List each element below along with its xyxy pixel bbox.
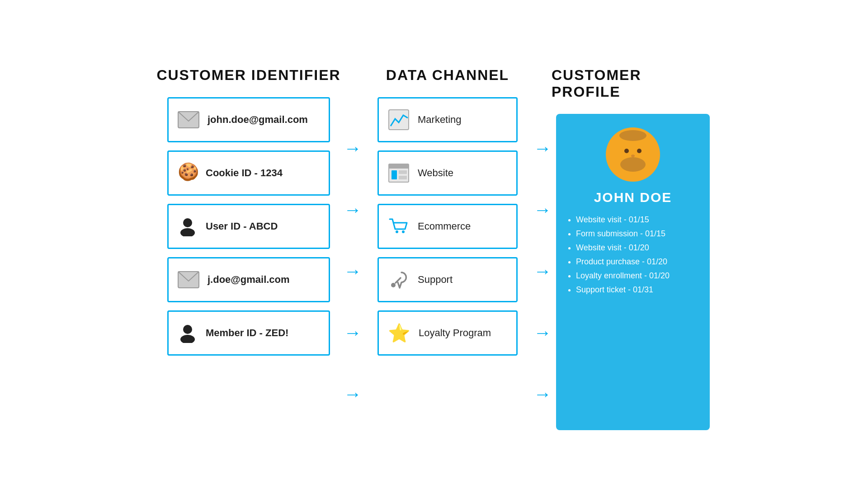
right-arrow-1: →: [533, 126, 552, 171]
cookie-icon: 🍪: [178, 163, 198, 183]
identifier-label-cookie: Cookie ID - 1234: [206, 167, 283, 179]
main-container: CUSTOMER IDENTIFIER john.doe@gmail.com 🍪…: [50, 58, 818, 430]
svg-rect-6: [389, 110, 409, 130]
right-column-header: CUSTOMER PROFILE: [552, 67, 714, 100]
svg-point-17: [619, 130, 646, 141]
right-arrow-2: →: [533, 187, 552, 232]
svg-point-2: [180, 228, 195, 236]
channel-row-marketing: Marketing: [377, 97, 518, 142]
email-icon-2: [178, 271, 199, 288]
right-arrow-5: →: [533, 371, 552, 417]
profile-event-5: Loyalty enrollment - 01/20: [576, 271, 701, 281]
identifier-row-member: Member ID - ZED!: [167, 310, 330, 356]
right-arrows-connector: → → → → →: [533, 67, 552, 425]
arrow-4: →: [344, 310, 362, 355]
svg-point-21: [620, 157, 646, 172]
loyalty-icon: ⭐: [388, 324, 410, 342]
user-icon-2: [178, 323, 198, 343]
svg-point-12: [396, 230, 398, 233]
svg-point-19: [637, 149, 642, 153]
middle-column-header: DATA CHANNEL: [386, 67, 509, 84]
svg-point-20: [631, 155, 635, 157]
left-column-header: CUSTOMER IDENTIFIER: [156, 67, 340, 84]
identifier-row-email2: j.doe@gmail.com: [167, 257, 330, 302]
website-icon: [388, 162, 410, 184]
svg-point-13: [402, 230, 405, 233]
svg-point-5: [180, 335, 195, 343]
arrow-5: →: [344, 371, 362, 417]
identifier-row-email1: john.doe@gmail.com: [167, 97, 330, 142]
identifier-label-email2: j.doe@gmail.com: [208, 274, 290, 286]
svg-point-1: [183, 218, 192, 227]
svg-rect-10: [399, 170, 407, 174]
channel-label-ecommerce: Ecommerce: [418, 221, 471, 232]
arrow-2: →: [344, 187, 362, 232]
profile-event-4: Product purchase - 01/20: [576, 257, 701, 267]
right-arrow-4: →: [533, 310, 552, 355]
customer-identifier-column: CUSTOMER IDENTIFIER john.doe@gmail.com 🍪…: [154, 67, 344, 364]
svg-rect-11: [399, 176, 407, 179]
arrow-3: →: [344, 249, 362, 294]
user-icon-1: [178, 216, 198, 236]
identifier-row-cookie: 🍪 Cookie ID - 1234: [167, 150, 330, 196]
arrow-1: →: [344, 126, 362, 171]
profile-event-3: Website visit - 01/20: [576, 243, 701, 253]
profile-name: JOHN DOE: [594, 190, 672, 205]
channel-row-website: Website: [377, 150, 518, 196]
support-icon: [388, 269, 410, 291]
profile-event-2: Form submission - 01/15: [576, 229, 701, 239]
ecommerce-icon: [388, 216, 410, 237]
profile-event-1: Website visit - 01/15: [576, 215, 701, 225]
svg-point-4: [183, 325, 192, 334]
channel-label-website: Website: [418, 167, 453, 179]
svg-rect-8: [389, 164, 409, 169]
identifier-row-user1: User ID - ABCD: [167, 204, 330, 249]
identifier-label-user1: User ID - ABCD: [206, 221, 278, 232]
avatar: [606, 127, 660, 182]
data-channel-column: DATA CHANNEL Marketing Website: [362, 67, 533, 364]
channel-row-support: Support: [377, 257, 518, 302]
marketing-icon: [388, 109, 410, 131]
customer-profile-column: CUSTOMER PROFILE: [552, 67, 714, 430]
profile-event-6: Support ticket - 01/31: [576, 285, 701, 295]
email-icon: [178, 111, 199, 128]
left-arrows-connector: → → → → →: [344, 67, 362, 425]
svg-rect-9: [392, 170, 397, 179]
channel-label-loyalty: Loyalty Program: [419, 327, 491, 339]
channel-label-marketing: Marketing: [418, 114, 462, 126]
channel-row-loyalty: ⭐ Loyalty Program: [377, 310, 518, 356]
identifier-label-email1: john.doe@gmail.com: [208, 114, 308, 126]
svg-point-14: [391, 283, 396, 287]
channel-label-support: Support: [418, 274, 453, 286]
profile-panel: JOHN DOE Website visit - 01/15 Form subm…: [556, 114, 710, 430]
right-arrow-3: →: [533, 249, 552, 294]
identifier-label-member: Member ID - ZED!: [206, 327, 288, 339]
profile-events-list: Website visit - 01/15 Form submission - …: [565, 215, 701, 299]
svg-point-18: [624, 149, 629, 153]
channel-row-ecommerce: Ecommerce: [377, 204, 518, 249]
